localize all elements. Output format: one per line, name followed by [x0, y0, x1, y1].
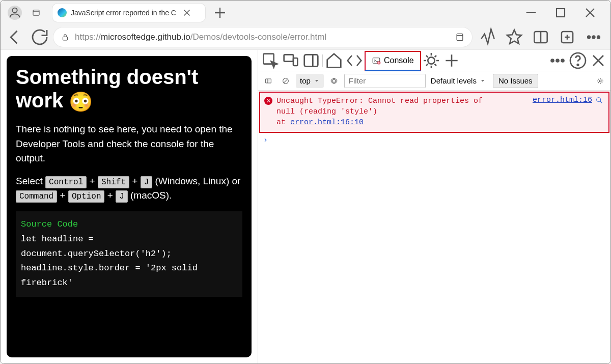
- console-tab-label: Console: [384, 56, 414, 65]
- devtools-more-icon[interactable]: [547, 50, 568, 71]
- live-expression-icon[interactable]: [327, 74, 341, 88]
- address-right-icons: [475, 27, 606, 47]
- close-window-button[interactable]: [582, 5, 598, 21]
- edge-favicon: [58, 8, 67, 17]
- svg-point-24: [332, 79, 335, 82]
- svg-rect-2: [557, 9, 565, 17]
- svg-rect-13: [304, 54, 318, 66]
- console-sidebar-toggle[interactable]: [261, 74, 275, 88]
- code-line-2: headline.style.border = '2px solid fireb…: [21, 261, 237, 291]
- svg-rect-3: [63, 37, 68, 40]
- svg-point-7: [588, 36, 590, 39]
- elements-tab-icon[interactable]: [344, 50, 365, 71]
- page-heading: Something doesn't work 😳: [16, 65, 242, 113]
- kbd-control: Control: [45, 176, 87, 188]
- context-selector[interactable]: top: [296, 74, 324, 88]
- sources-tab-icon[interactable]: [421, 50, 441, 71]
- device-emulation-icon[interactable]: [281, 50, 301, 71]
- source-code-box: Source Code let headline = document.quer…: [16, 211, 242, 297]
- url-field[interactable]: https://microsoftedge.github.io/Demos/de…: [53, 27, 472, 47]
- svg-point-16: [428, 57, 434, 64]
- console-output: ✕ Uncaught TypeError: Cannot read proper…: [258, 91, 610, 363]
- kbd-j-2: J: [116, 190, 128, 203]
- collections-icon[interactable]: [558, 27, 577, 47]
- devtools-tabstrip: Console: [258, 50, 610, 71]
- maximize-button[interactable]: [552, 5, 569, 21]
- nav-back-button[interactable]: [5, 26, 26, 48]
- browser-tab[interactable]: JavaScript error reported in the C: [52, 4, 205, 22]
- tab-title: JavaScript error reported in the C: [71, 9, 176, 17]
- kbd-j: J: [141, 176, 153, 188]
- chevron-down-icon: [314, 78, 320, 84]
- console-icon: [372, 56, 381, 65]
- page-pane: Something doesn't work 😳 There is nothin…: [1, 50, 258, 363]
- svg-point-26: [597, 97, 601, 101]
- code-header: Source Code: [21, 217, 237, 232]
- svg-point-19: [562, 59, 564, 62]
- svg-rect-12: [293, 58, 297, 66]
- favorites-icon[interactable]: [505, 27, 524, 47]
- flushed-emoji: 😳: [69, 91, 93, 113]
- chevron-down-icon: [480, 78, 486, 84]
- more-menu-icon[interactable]: [584, 27, 603, 47]
- svg-rect-4: [457, 34, 463, 40]
- svg-point-0: [12, 8, 17, 13]
- svg-point-25: [599, 80, 601, 82]
- error-badge-icon: ✕: [264, 97, 272, 105]
- console-filter-input[interactable]: [344, 74, 426, 88]
- log-levels-dropdown[interactable]: Default levels: [431, 76, 486, 85]
- lock-icon: [61, 33, 70, 42]
- console-settings-icon[interactable]: [593, 74, 607, 88]
- page-card: Something doesn't work 😳 There is nothin…: [7, 56, 252, 357]
- minimize-button[interactable]: [523, 5, 539, 21]
- read-aloud-icon[interactable]: [478, 27, 497, 47]
- svg-rect-11: [284, 54, 293, 61]
- split-screen-icon[interactable]: [531, 27, 550, 47]
- console-prompt[interactable]: ›: [258, 134, 610, 147]
- dock-side-icon[interactable]: [301, 50, 321, 71]
- search-icon[interactable]: [595, 96, 603, 104]
- svg-point-17: [551, 59, 554, 62]
- devtools-panel: Console top Default levels: [258, 50, 610, 363]
- code-line-1: let headline = document.querySelector('h…: [21, 232, 237, 262]
- window-controls: [523, 1, 608, 25]
- stack-trace-link[interactable]: error.html:16:10: [290, 118, 364, 127]
- inspect-element-icon[interactable]: [260, 50, 281, 71]
- svg-point-9: [597, 36, 600, 39]
- workarea: Something doesn't work 😳 There is nothin…: [1, 49, 610, 363]
- url-text: https://microsoftedge.github.io/Demos/de…: [75, 32, 450, 42]
- kbd-command: Command: [16, 190, 57, 203]
- kbd-option: Option: [68, 190, 105, 203]
- profile-avatar[interactable]: [8, 6, 22, 20]
- svg-rect-1: [33, 10, 39, 16]
- console-toolbar: top Default levels No Issues: [258, 71, 610, 91]
- tab-close-button[interactable]: [181, 7, 192, 18]
- error-source-link[interactable]: error.html:16: [533, 96, 603, 104]
- welcome-tab-icon[interactable]: [324, 50, 344, 71]
- address-bar: https://microsoftedge.github.io/Demos/de…: [1, 25, 610, 49]
- issues-button[interactable]: No Issues: [493, 74, 538, 88]
- page-paragraph-1: There is nothing to see here, you need t…: [16, 122, 242, 166]
- devtools-help-icon[interactable]: [568, 50, 588, 71]
- page-paragraph-2: Select Control + Shift + J (Windows, Lin…: [16, 174, 242, 203]
- error-message: Uncaught TypeError: Cannot read properti…: [276, 96, 529, 128]
- svg-point-21: [577, 64, 579, 66]
- console-clear-button[interactable]: [279, 74, 293, 88]
- console-tab[interactable]: Console: [365, 51, 421, 71]
- app-available-icon[interactable]: [455, 32, 465, 42]
- new-tab-button[interactable]: [211, 4, 229, 21]
- svg-point-8: [593, 36, 595, 39]
- svg-point-18: [557, 59, 559, 62]
- tab-actions-icon[interactable]: [28, 5, 44, 21]
- nav-refresh-button[interactable]: [29, 26, 50, 48]
- titlebar: JavaScript error reported in the C: [1, 1, 610, 25]
- kbd-shift: Shift: [98, 176, 129, 188]
- devtools-close-icon[interactable]: [588, 50, 608, 71]
- console-error-entry[interactable]: ✕ Uncaught TypeError: Cannot read proper…: [259, 92, 609, 133]
- more-tabs-icon[interactable]: [441, 50, 462, 71]
